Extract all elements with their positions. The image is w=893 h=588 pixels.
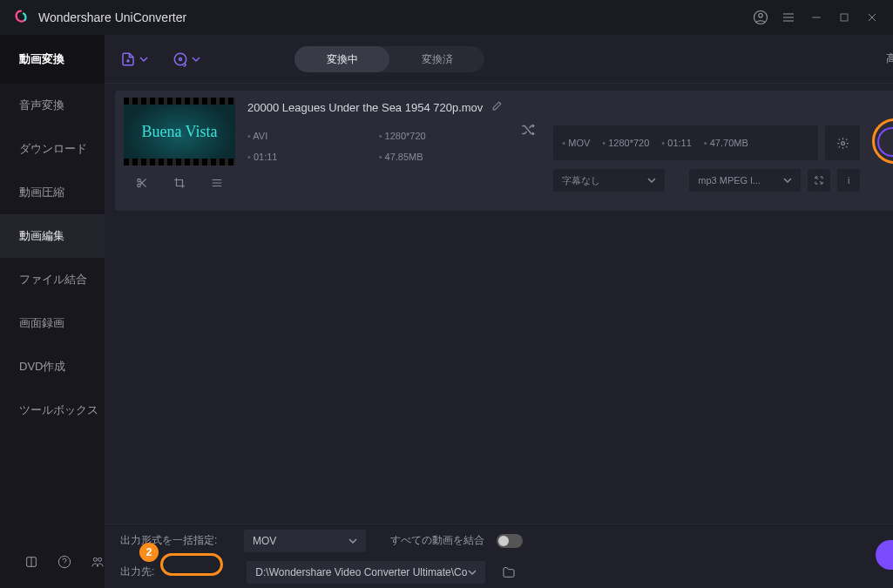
fast-convert-label: 高速変換 — [886, 51, 893, 66]
help-icon[interactable] — [58, 555, 71, 569]
info-button[interactable]: i — [837, 169, 860, 192]
svg-point-8 — [179, 57, 182, 60]
out-resolution: 1280*720 — [602, 138, 649, 148]
sidebar-item-label: ツールボックス — [19, 402, 98, 418]
expand-button[interactable] — [808, 169, 830, 192]
add-disc-button[interactable] — [173, 51, 200, 67]
sidebar-item-toolbox[interactable]: ツールボックス — [0, 389, 105, 432]
bottom-bar: 出力形式を一括指定: MOV すべての動画を結合 出力先: D:\Wonders… — [105, 524, 893, 588]
output-path-value: D:\Wondershare Video Converter Ultimate\… — [255, 566, 467, 578]
output-path-select[interactable]: D:\Wondershare Video Converter Ultimate\… — [247, 561, 485, 584]
sidebar-item-compress[interactable]: 動画圧縮 — [0, 171, 105, 214]
maximize-button[interactable] — [830, 3, 858, 31]
src-size: 47.85MB — [379, 152, 504, 162]
settings-button[interactable] — [825, 125, 860, 160]
src-resolution: 1280*720 — [379, 131, 504, 141]
sidebar-item-label: 音声変換 — [19, 98, 64, 113]
close-button[interactable] — [858, 3, 886, 31]
sidebar-item-label: DVD作成 — [19, 359, 65, 375]
account-icon[interactable] — [747, 3, 775, 31]
out-format: MOV — [562, 138, 590, 148]
svg-point-9 — [138, 179, 141, 182]
merge-all-toggle[interactable] — [497, 534, 523, 548]
guide-icon[interactable] — [24, 555, 38, 569]
rename-icon[interactable] — [491, 100, 503, 114]
file-card: Buena Vista 20000 Leagues Under the Sea … — [115, 91, 893, 211]
minimize-button[interactable] — [802, 3, 830, 31]
src-duration: 01:11 — [247, 152, 372, 162]
sidebar-item-record[interactable]: 画面録画 — [0, 301, 105, 345]
tab-converted[interactable]: 変換済 — [389, 46, 484, 72]
svg-point-6 — [98, 558, 102, 561]
effects-icon[interactable] — [206, 172, 227, 193]
sidebar-item-merge[interactable]: ファイル結合 — [0, 258, 105, 301]
swap-icon[interactable] — [520, 122, 536, 140]
titlebar: Wondershare UniConverter — [0, 0, 893, 35]
sidebar-item-audio-convert[interactable]: 音声変換 — [0, 84, 105, 127]
sidebar-item-label: ダウンロード — [19, 141, 87, 157]
menu-icon[interactable] — [775, 3, 802, 31]
app-title: Wondershare UniConverter — [38, 10, 186, 24]
thumbnail[interactable]: Buena Vista — [124, 98, 235, 166]
sidebar-item-dvd[interactable]: DVD作成 — [0, 345, 105, 389]
logo-icon — [12, 9, 30, 26]
src-format: AVI — [247, 131, 372, 141]
sidebar-item-label: 動画変換 — [19, 51, 64, 67]
sidebar-item-label: 画面録画 — [19, 315, 64, 331]
output-format-select[interactable]: MOV — [244, 530, 366, 552]
svg-rect-2 — [841, 14, 848, 21]
out-size: 47.70MB — [704, 138, 748, 148]
svg-point-1 — [759, 14, 763, 18]
sidebar-item-label: 動画編集 — [19, 228, 64, 244]
main-panel: 変換中 変換済 高速変換 Buena Vista — [105, 35, 893, 588]
thumbnail-brand: Buena Vista — [141, 123, 217, 141]
sidebar-item-video-convert[interactable]: 動画変換 — [0, 35, 105, 84]
audio-select-value: mp3 MPEG l... — [698, 175, 761, 186]
sidebar-item-download[interactable]: ダウンロード — [0, 127, 105, 171]
filename: 20000 Leagues Under the Sea 1954 720p.mo… — [247, 101, 483, 114]
add-file-button[interactable] — [120, 51, 148, 67]
svg-point-11 — [841, 141, 844, 145]
tab-converting[interactable]: 変換中 — [294, 46, 389, 72]
sidebar: 動画変換 音声変換 ダウンロード 動画圧縮 動画編集 ファイル結合 画面録画 D… — [0, 35, 105, 588]
status-tabs: 変換中 変換済 — [294, 46, 484, 72]
out-duration: 01:11 — [661, 138, 691, 148]
open-folder-button[interactable] — [497, 561, 520, 584]
sidebar-item-label: ファイル結合 — [19, 272, 87, 287]
subtitle-select-value: 字幕なし — [562, 174, 600, 187]
trim-icon[interactable] — [132, 172, 152, 193]
subtitle-select[interactable]: 字幕なし — [553, 169, 665, 192]
sidebar-item-label: 動画圧縮 — [19, 185, 64, 200]
output-path-label: 出力先: — [120, 564, 154, 579]
merge-all-label: すべての動画を結合 — [390, 533, 484, 548]
convert-button[interactable]: 変換 — [877, 127, 893, 157]
audio-select[interactable]: mp3 MPEG l... — [689, 169, 801, 192]
community-icon[interactable] — [91, 555, 105, 569]
output-format-value: MOV — [253, 535, 276, 547]
crop-icon[interactable] — [169, 172, 190, 193]
svg-point-10 — [138, 184, 141, 187]
output-format-label: 出力形式を一括指定: — [120, 533, 232, 548]
sidebar-item-edit[interactable]: 動画編集 — [0, 214, 105, 258]
svg-point-5 — [93, 558, 97, 561]
toolbar: 変換中 変換済 高速変換 — [105, 35, 893, 84]
output-info-box: MOV 1280*720 01:11 47.70MB — [553, 125, 818, 160]
